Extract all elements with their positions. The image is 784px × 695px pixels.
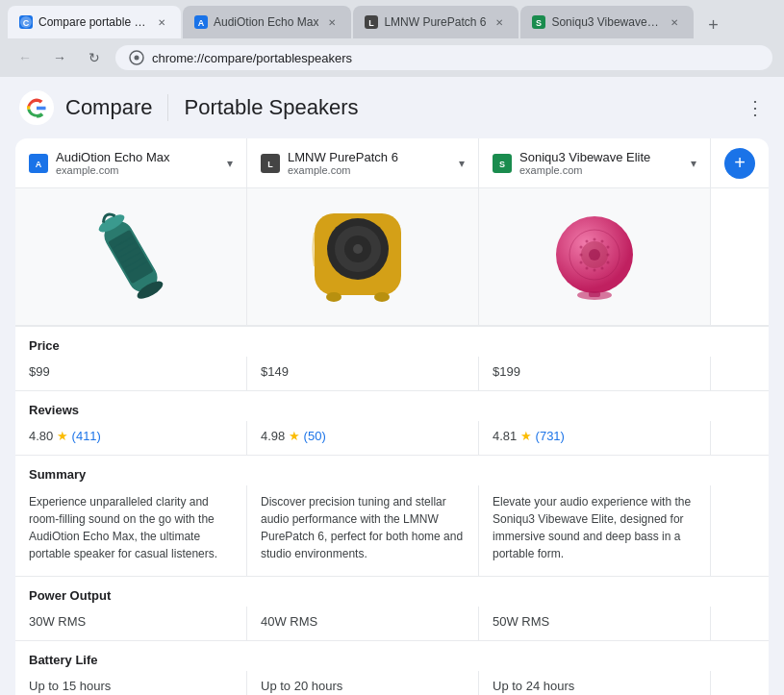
page: Compare Portable Speakers ⋮ A AudiOtion … <box>0 77 784 695</box>
svg-point-35 <box>601 240 604 243</box>
power-row: 30W RMS 40W RMS 50W RMS <box>15 607 769 640</box>
product-domain-2: example.com <box>288 164 451 176</box>
tab-favicon-1: C <box>19 15 33 29</box>
forward-button[interactable]: → <box>46 44 73 71</box>
svg-rect-45 <box>589 291 600 297</box>
comparison-card: A AudiOtion Echo Max example.com ▾ L LMN… <box>15 138 769 695</box>
review-link-2[interactable]: (50) <box>304 429 326 443</box>
tab-audio[interactable]: A AudiOtion Echo Max ✕ <box>183 6 351 38</box>
product-image-2 <box>310 209 416 305</box>
svg-text:A: A <box>198 18 205 28</box>
price-cell-3: $199 <box>479 357 711 390</box>
svg-point-34 <box>594 238 596 241</box>
price-row: $99 $149 $199 <box>15 357 769 390</box>
tab-compare[interactable]: C Compare portable speake… ✕ <box>8 6 181 38</box>
product-image-cell-2 <box>247 188 479 325</box>
tab-bar: C Compare portable speake… ✕ A AudiOtion… <box>0 0 784 38</box>
tab-close-3[interactable]: ✕ <box>492 14 507 30</box>
product-image-1 <box>97 204 164 310</box>
svg-text:L: L <box>369 18 375 28</box>
svg-point-37 <box>607 254 610 257</box>
battery-cell-2: Up to 20 hours <box>247 671 479 695</box>
product-favicon-1: A <box>29 154 48 173</box>
svg-point-33 <box>586 240 589 243</box>
product-info-2: LMNW PurePatch 6 example.com <box>288 150 451 176</box>
new-tab-button[interactable]: + <box>699 12 726 38</box>
product-name-1: AudiOtion Echo Max <box>56 150 219 164</box>
tab-close-4[interactable]: ✕ <box>667 14 682 30</box>
svg-point-31 <box>589 249 600 261</box>
url-text: chrome://compare/portablespeakers <box>152 51 352 65</box>
svg-text:A: A <box>36 160 42 169</box>
url-bar[interactable]: chrome://compare/portablespeakers <box>115 45 772 70</box>
battery-cell-3: Up to 24 hours <box>479 671 711 695</box>
reviews-cell-add <box>711 421 769 455</box>
tab-soniqu3[interactable]: S Soniqu3 Vibewave Elite ✕ <box>520 6 694 38</box>
product-dropdown-2[interactable]: ▾ <box>459 157 465 170</box>
page-header: Compare Portable Speakers ⋮ <box>0 77 784 138</box>
add-product-col: + <box>711 138 769 187</box>
tab-favicon-4: S <box>532 15 545 29</box>
product-image-cell-3 <box>479 188 711 325</box>
tab-close-2[interactable]: ✕ <box>324 14 340 30</box>
summary-cell-3: Elevate your audio experience with the S… <box>479 485 711 576</box>
product-dropdown-1[interactable]: ▾ <box>227 157 233 170</box>
product-info-3: Soniqu3 Vibewave Elite example.com <box>519 150 683 176</box>
svg-point-40 <box>594 269 596 272</box>
rating-2: 4.98 <box>261 429 285 443</box>
chrome-icon <box>129 50 144 65</box>
svg-point-6 <box>135 56 139 61</box>
more-options-button[interactable]: ⋮ <box>746 96 765 119</box>
svg-point-26 <box>326 292 341 302</box>
svg-text:L: L <box>267 160 273 169</box>
price-cell-2: $149 <box>247 357 479 390</box>
summary-cell-1: Experience unparalleled clarity and room… <box>15 485 247 576</box>
product-favicon-2: L <box>261 154 280 173</box>
svg-point-39 <box>601 267 604 270</box>
product-name-2: LMNW PurePatch 6 <box>288 150 451 164</box>
price-cell-1: $99 <box>15 357 247 390</box>
reviews-cell-2: 4.98 ★ (50) <box>247 421 479 455</box>
power-section: Power Output 30W RMS 40W RMS 50W RMS <box>15 576 769 640</box>
battery-label: Battery Life <box>15 640 769 671</box>
price-cell-add <box>711 357 769 390</box>
product-dropdown-3[interactable]: ▾ <box>691 157 696 170</box>
back-button[interactable]: ← <box>12 44 38 71</box>
reviews-cell-3: 4.81 ★ (731) <box>479 421 711 455</box>
product-info-1: AudiOtion Echo Max example.com <box>56 150 219 176</box>
tab-title-4: Soniqu3 Vibewave Elite <box>551 15 661 29</box>
product-header-2: L LMNW PurePatch 6 example.com ▾ <box>247 138 479 187</box>
svg-point-42 <box>580 261 583 264</box>
address-bar: ← → ↻ chrome://compare/portablespeakers <box>0 38 784 77</box>
google-logo <box>19 90 54 125</box>
rating-1: 4.80 <box>29 429 53 443</box>
product-domain-1: example.com <box>56 164 219 176</box>
reviews-label: Reviews <box>15 390 769 421</box>
compare-label: Compare <box>65 95 152 120</box>
summary-cell-2: Discover precision tuning and stellar au… <box>247 485 479 576</box>
tab-favicon-2: A <box>194 15 208 29</box>
review-link-3[interactable]: (731) <box>536 429 565 443</box>
product-domain-3: example.com <box>519 164 683 176</box>
review-link-1[interactable]: (411) <box>72 429 101 443</box>
star-icon-2: ★ <box>289 429 304 443</box>
battery-row: Up to 15 hours Up to 20 hours Up to 24 h… <box>15 671 769 695</box>
tab-close-1[interactable]: ✕ <box>154 14 169 30</box>
svg-point-36 <box>607 246 610 249</box>
battery-cell-add <box>711 671 769 695</box>
header-divider <box>167 94 168 121</box>
tab-lmnw[interactable]: L LMNW PurePatch 6 ✕ <box>353 6 518 38</box>
svg-point-41 <box>586 267 589 270</box>
reviews-row: 4.80 ★ (411) 4.98 ★ (50) 4.81 ★ (731) <box>15 421 769 455</box>
rating-3: 4.81 <box>493 429 517 443</box>
svg-text:S: S <box>536 18 542 28</box>
svg-point-27 <box>374 292 390 302</box>
product-image-placeholder <box>711 188 769 325</box>
power-cell-2: 40W RMS <box>247 607 479 640</box>
star-icon-3: ★ <box>520 429 536 443</box>
reload-button[interactable]: ↻ <box>81 44 108 71</box>
summary-row: Experience unparalleled clarity and room… <box>15 485 769 576</box>
power-cell-add <box>711 607 769 640</box>
add-product-button[interactable]: + <box>724 148 755 179</box>
battery-cell-1: Up to 15 hours <box>15 671 247 695</box>
